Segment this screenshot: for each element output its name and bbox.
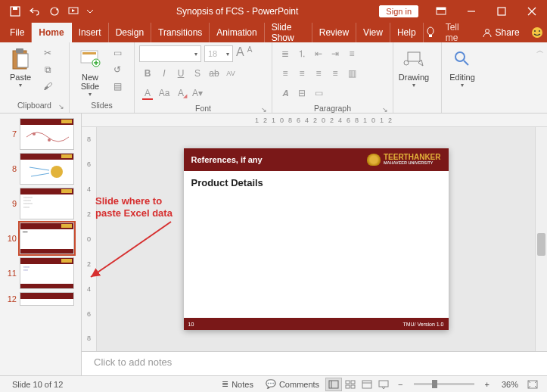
slide-counter[interactable]: Slide 10 of 12 [6,380,69,389]
ribbon-display-options-icon[interactable] [426,0,456,23]
columns-button[interactable]: ▥ [343,65,360,82]
comments-icon: 💬 [266,379,276,389]
slideshow-view-icon[interactable] [375,378,392,391]
collapse-ribbon-icon[interactable]: ︿ [536,45,544,56]
slide-canvas[interactable]: References, if any TEERTHANKER MAHAVEER … [97,127,535,351]
tab-animations[interactable]: Animation [210,23,264,42]
redo-icon[interactable] [45,2,64,20]
group-paragraph: ≣ ⒈ ⇤ ⇥ ≡ ≡ ≡ ≡ ≡ ▥ 𝘼 ⊟ ▭ Paragraph↘ [272,42,393,113]
scrollbar-thumb[interactable] [537,233,545,256]
slide-sorter-view-icon[interactable] [342,378,359,391]
font-size-value: 18 [208,49,217,58]
italic-button[interactable]: I [156,65,172,82]
copy-icon[interactable]: ⧉ [39,62,56,77]
tab-view[interactable]: View [356,23,390,42]
cut-icon[interactable]: ✂ [39,45,56,61]
clipboard-launcher-icon[interactable]: ↘ [58,103,64,110]
current-slide[interactable]: References, if any TEERTHANKER MAHAVEER … [184,148,449,330]
underline-button[interactable]: U [172,65,189,82]
vertical-scrollbar[interactable] [535,127,547,351]
tab-help[interactable]: Help [390,23,424,42]
font-launcher-icon[interactable]: ↘ [261,106,267,114]
align-center-button[interactable]: ≡ [294,65,310,82]
highlight-button[interactable]: A▾ [189,85,206,101]
line-spacing-button[interactable]: ≡ [343,45,360,62]
undo-icon[interactable] [26,2,44,20]
text-direction-button[interactable]: 𝘼 [277,85,294,101]
thumbnail-7[interactable]: 7 [0,117,81,151]
numbering-button[interactable]: ⒈ [294,45,310,62]
thumbnail-9[interactable]: 9━━━━━━━━━━━━━━━━━━━━━ [0,186,81,221]
tell-me-input[interactable]: Tell me [438,23,474,42]
format-painter-icon[interactable]: 🖌 [39,79,56,94]
section-icon[interactable]: ▤ [109,79,126,94]
reading-view-icon[interactable] [359,378,375,391]
close-button[interactable] [517,0,547,23]
tab-slideshow[interactable]: Slide Show [265,23,312,42]
bullets-button[interactable]: ≣ [277,45,294,62]
increase-indent-button[interactable]: ⇥ [327,45,343,62]
svg-rect-5 [437,8,446,10]
zoom-level[interactable]: 36% [496,380,524,389]
sign-in-button[interactable]: Sign in [379,5,418,17]
thumbnail-11[interactable]: 11━━━━━━━ [0,256,81,291]
editing-button[interactable]: Editing ▾ [446,45,478,89]
maximize-button[interactable] [486,0,517,23]
paragraph-launcher-icon[interactable]: ↘ [382,106,388,114]
font-size-selector[interactable]: 18▾ [204,45,233,62]
align-text-button[interactable]: ⊟ [294,85,310,101]
save-icon[interactable] [6,2,24,20]
zoom-slider[interactable] [414,383,474,385]
align-left-button[interactable]: ≡ [277,65,294,82]
notes-pane[interactable]: Click to add notes [82,351,547,375]
reset-icon[interactable]: ↺ [109,62,126,77]
svg-point-24 [33,132,36,135]
increase-font-icon[interactable]: A [236,45,244,62]
bold-button[interactable]: B [139,65,156,82]
shadow-button[interactable]: S [189,65,206,82]
justify-button[interactable]: ≡ [327,65,343,82]
decrease-font-icon[interactable]: A [247,45,253,62]
quick-access-toolbar [0,2,95,20]
font-family-selector[interactable]: ▾ [139,45,201,62]
slide-thumbnails-panel[interactable]: 7 8 9━━━━━━━━━━━━━━━━━━━━━ 10━━━ 11━━━━━… [0,114,82,375]
font-color-button[interactable]: A [139,85,156,101]
thumbnail-8[interactable]: 8 [0,151,81,186]
feedback-smiley-icon[interactable] [527,23,547,42]
normal-view-icon[interactable] [325,378,342,391]
start-from-beginning-icon[interactable] [65,2,83,20]
comments-toggle[interactable]: 💬Comments [260,379,325,389]
paste-button[interactable]: Paste ▾ [5,45,36,89]
tab-transitions[interactable]: Transitions [151,23,210,42]
spacing-button[interactable]: AV [222,65,239,82]
zoom-out-button[interactable]: − [392,380,409,389]
zoom-in-button[interactable]: + [479,380,496,389]
thumbnail-10[interactable]: 10━━━ [0,221,81,256]
slide-footer-right: TMU/ Version 1.0 [402,322,443,327]
tab-insert[interactable]: Insert [72,23,109,42]
decrease-indent-button[interactable]: ⇤ [310,45,327,62]
slide-body-text[interactable]: Product Details [184,171,449,194]
clear-formatting-button[interactable]: A◢ [172,85,189,101]
change-case-button[interactable]: Aa [156,85,172,101]
lightbulb-icon[interactable] [424,23,438,42]
share-label: Share [496,27,520,38]
layout-icon[interactable]: ▭ [109,45,126,61]
fit-to-window-icon[interactable] [524,378,541,391]
zoom-slider-knob[interactable] [432,380,437,388]
share-button[interactable]: Share [474,23,527,42]
tab-design[interactable]: Design [109,23,151,42]
tab-review[interactable]: Review [312,23,356,42]
tab-file[interactable]: File [3,23,32,42]
notes-toggle[interactable]: ≣Notes [216,379,260,389]
qat-dropdown-icon[interactable] [85,2,95,20]
window-title: Synopsis of FCS - PowerPoint [95,6,379,17]
drawing-button[interactable]: Drawing ▾ [398,45,430,89]
tab-home[interactable]: Home [32,23,71,42]
smartart-button[interactable]: ▭ [310,85,327,101]
thumbnail-12[interactable]: 12 [0,291,81,307]
minimize-button[interactable] [456,0,486,23]
align-right-button[interactable]: ≡ [310,65,327,82]
strikethrough-button[interactable]: ab [206,65,222,82]
new-slide-button[interactable]: New Slide ▾ [74,45,106,98]
